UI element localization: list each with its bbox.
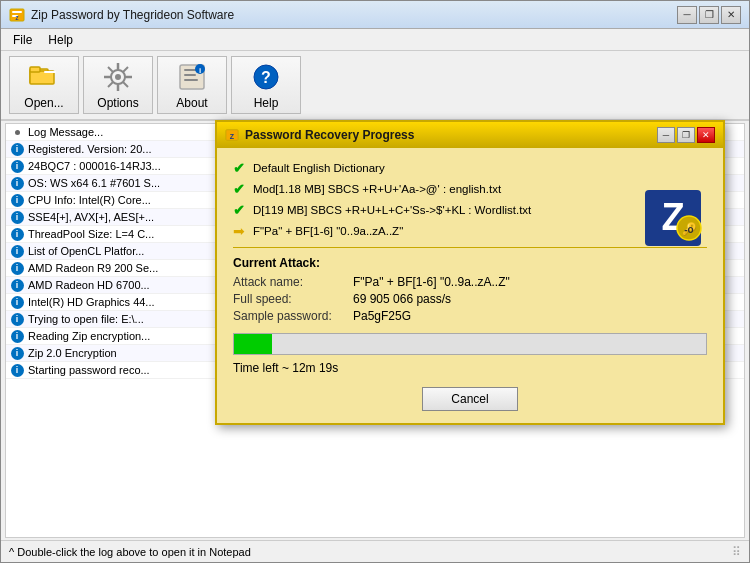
info-icon: i <box>11 194 24 207</box>
log-text: Log Message... <box>28 126 103 138</box>
dialog-content: Z 🔑 -o ✔Default English Dictionary✔Mod[1… <box>217 148 723 423</box>
info-icon: i <box>11 347 24 360</box>
dot-icon <box>15 130 20 135</box>
check-icon: ✔ <box>233 160 245 176</box>
info-icon: i <box>11 364 24 377</box>
info-icon: i <box>11 211 24 224</box>
dialog-title-left: Z Password Recovery Progress <box>225 128 414 142</box>
full-speed-label: Full speed: <box>233 292 353 306</box>
about-label: About <box>176 96 207 110</box>
svg-text:-o: -o <box>684 224 693 235</box>
resize-grip: ⠿ <box>732 545 741 559</box>
log-text: Trying to open file: E:\... <box>28 313 144 325</box>
log-text: List of OpenCL Platfor... <box>28 245 144 257</box>
options-button[interactable]: Options <box>83 56 153 114</box>
log-text: ThreadPool Size: L=4 C... <box>28 228 154 240</box>
svg-text:Z: Z <box>15 15 18 21</box>
log-text: AMD Radeon R9 200 Se... <box>28 262 158 274</box>
dialog-app-icon: Z <box>225 128 239 142</box>
attack-item: ✔Default English Dictionary <box>233 160 707 176</box>
progress-bar-fill <box>234 334 272 354</box>
about-button[interactable]: i About <box>157 56 227 114</box>
attack-text: Default English Dictionary <box>253 162 385 174</box>
menu-bar: File Help <box>1 29 749 51</box>
sample-password-value: Pa5gF25G <box>353 309 411 323</box>
menu-file[interactable]: File <box>5 31 40 49</box>
open-button[interactable]: Open... <box>9 56 79 114</box>
attack-item: ✔D[119 MB] SBCS +R+U+L+C+'Ss->$'+KL : Wo… <box>233 202 707 218</box>
log-text: OS: WS x64 6.1 #7601 S... <box>28 177 160 189</box>
attack-text: F"Pa" + BF[1-6] "0..9a..zA..Z" <box>253 225 403 237</box>
close-button[interactable]: ✕ <box>721 6 741 24</box>
open-label: Open... <box>24 96 63 110</box>
toolbar: Open... Options <box>1 51 749 121</box>
svg-rect-7 <box>44 71 56 73</box>
info-icon: i <box>11 279 24 292</box>
restore-button[interactable]: ❐ <box>699 6 719 24</box>
cancel-btn-container: Cancel <box>233 387 707 411</box>
svg-text:i: i <box>199 66 201 75</box>
status-bar: ^ Double-click the log above to open it … <box>1 540 749 562</box>
svg-text:Z: Z <box>230 133 235 140</box>
dialog-restore-button[interactable]: ❐ <box>677 127 695 143</box>
attack-text: Mod[1.18 MB] SBCS +R+U+'Aa->@' : english… <box>253 183 501 195</box>
options-label: Options <box>97 96 138 110</box>
title-bar: Z Zip Password by Thegrideon Software ─ … <box>1 1 749 29</box>
cancel-button[interactable]: Cancel <box>422 387 517 411</box>
info-icon: i <box>11 177 24 190</box>
open-icon <box>28 61 60 93</box>
dialog-minimize-button[interactable]: ─ <box>657 127 675 143</box>
log-text: AMD Radeon HD 6700... <box>28 279 150 291</box>
title-bar-controls: ─ ❐ ✕ <box>677 6 741 24</box>
help-label: Help <box>254 96 279 110</box>
current-attack-section: Current Attack: Attack name: F"Pa" + BF[… <box>233 247 707 323</box>
sample-password-label: Sample password: <box>233 309 353 323</box>
dialog-close-button[interactable]: ✕ <box>697 127 715 143</box>
about-icon: i <box>176 61 208 93</box>
minimize-button[interactable]: ─ <box>677 6 697 24</box>
dialog-title-controls: ─ ❐ ✕ <box>657 127 715 143</box>
check-icon: ✔ <box>233 202 245 218</box>
options-icon <box>102 61 134 93</box>
info-icon: i <box>11 228 24 241</box>
app-title: Zip Password by Thegrideon Software <box>31 8 234 22</box>
log-text: Registered. Version: 20... <box>28 143 152 155</box>
progress-bar-container <box>233 333 707 355</box>
svg-text:?: ? <box>261 69 271 86</box>
attack-name-label: Attack name: <box>233 275 353 289</box>
dialog-title-bar: Z Password Recovery Progress ─ ❐ ✕ <box>217 122 723 148</box>
title-bar-left: Z Zip Password by Thegrideon Software <box>9 7 234 23</box>
info-icon: i <box>11 143 24 156</box>
svg-point-9 <box>115 74 121 80</box>
log-text: CPU Info: Intel(R) Core... <box>28 194 151 206</box>
svg-rect-20 <box>184 74 196 76</box>
progress-dialog: Z Password Recovery Progress ─ ❐ ✕ Z 🔑 -… <box>215 120 725 425</box>
info-icon: i <box>11 296 24 309</box>
check-icon: ✔ <box>233 181 245 197</box>
dialog-title: Password Recovery Progress <box>245 128 414 142</box>
attack-item: ✔Mod[1.18 MB] SBCS +R+U+'Aa->@' : englis… <box>233 181 707 197</box>
time-left: Time left ~ 12m 19s <box>233 361 707 375</box>
menu-help[interactable]: Help <box>40 31 81 49</box>
help-button[interactable]: ? Help <box>231 56 301 114</box>
log-text: SSE4[+], AVX[+], AES[+... <box>28 211 154 223</box>
attack-name-value: F"Pa" + BF[1-6] "0..9a..zA..Z" <box>353 275 510 289</box>
current-attack-title: Current Attack: <box>233 256 707 270</box>
attack-item: ➡F"Pa" + BF[1-6] "0..9a..zA..Z" <box>233 223 707 239</box>
attack-list: ✔Default English Dictionary✔Mod[1.18 MB]… <box>233 160 707 239</box>
status-text: ^ Double-click the log above to open it … <box>9 546 251 558</box>
log-text: Starting password reco... <box>28 364 150 376</box>
svg-rect-21 <box>184 79 198 81</box>
help-icon: ? <box>250 61 282 93</box>
arrow-icon: ➡ <box>233 223 245 239</box>
info-icon: i <box>11 245 24 258</box>
info-icon: i <box>11 330 24 343</box>
zip-logo: Z 🔑 -o <box>643 188 703 248</box>
sample-password-row: Sample password: Pa5gF25G <box>233 309 707 323</box>
log-text: Reading Zip encryption... <box>28 330 150 342</box>
svg-rect-1 <box>12 11 22 13</box>
svg-rect-6 <box>30 67 40 72</box>
app-icon: Z <box>9 7 25 23</box>
full-speed-value: 69 905 066 pass/s <box>353 292 451 306</box>
svg-line-17 <box>108 82 113 87</box>
